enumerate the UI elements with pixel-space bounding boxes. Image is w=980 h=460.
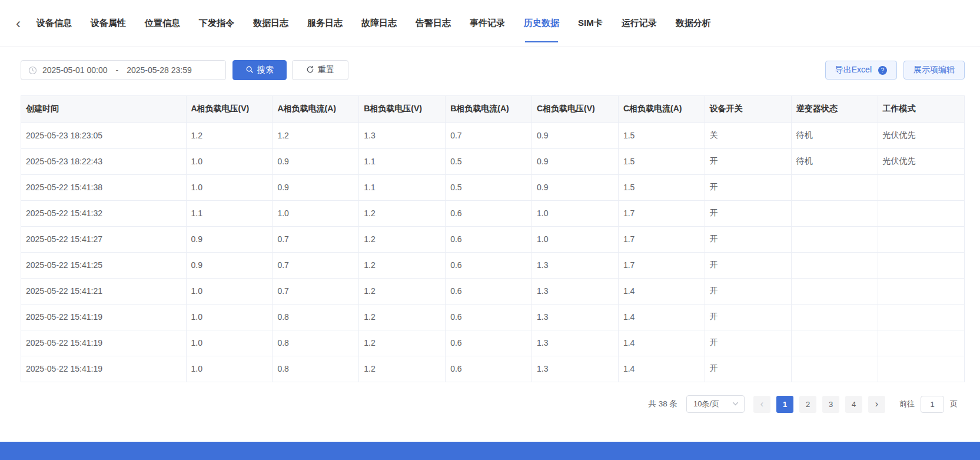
table-cell: 开	[705, 252, 791, 278]
table-cell: 1.7	[618, 200, 705, 226]
column-header: C相负载电压(V)	[532, 96, 619, 123]
tab-fault-log[interactable]: 故障日志	[361, 0, 397, 47]
chevron-down-icon	[732, 400, 739, 409]
table-cell	[791, 278, 878, 304]
table-cell	[878, 200, 964, 226]
pagination: 共 38 条 10条/页 ‹ 1234 › 前往 页	[0, 395, 958, 413]
tab-history-data[interactable]: 历史数据	[524, 0, 559, 47]
table-cell: 开	[705, 356, 791, 382]
table-body: 2025-05-23 18:23:051.21.21.30.70.91.5关待机…	[21, 123, 964, 382]
tab-data-analysis[interactable]: 数据分析	[676, 0, 711, 47]
page-size-select[interactable]: 10条/页	[686, 395, 745, 413]
table-cell: 1.2	[359, 278, 446, 304]
tab-sim-card[interactable]: SIM卡	[578, 0, 603, 47]
tab-run-record[interactable]: 运行记录	[622, 0, 657, 47]
table-row: 2025-05-22 15:41:211.00.71.20.61.31.4开	[21, 278, 964, 304]
table-cell	[878, 174, 964, 200]
goto-page-input[interactable]	[921, 396, 944, 413]
table-cell	[878, 226, 964, 252]
pagination-total: 共 38 条	[648, 399, 677, 409]
table-cell: 1.4	[618, 356, 705, 382]
table-row: 2025-05-22 15:41:270.90.71.20.61.01.7开	[21, 226, 964, 252]
table-cell	[791, 330, 878, 356]
help-icon[interactable]: ?	[878, 66, 887, 75]
table-row: 2025-05-23 18:23:051.21.21.30.70.91.5关待机…	[21, 123, 964, 148]
table-cell: 1.2	[359, 252, 446, 278]
table-cell: 0.6	[446, 252, 532, 278]
next-page-button[interactable]: ›	[868, 396, 885, 413]
table-cell: 0.7	[273, 252, 359, 278]
column-header: 设备开关	[705, 96, 791, 123]
table-cell: 1.2	[359, 200, 446, 226]
tab-device-attrs[interactable]: 设备属性	[91, 0, 126, 47]
table-cell: 待机	[791, 123, 878, 148]
table-cell: 1.5	[618, 174, 705, 200]
table-cell: 0.6	[446, 226, 532, 252]
footer-bar	[0, 442, 980, 460]
goto-unit: 页	[950, 399, 958, 409]
table-cell: 开	[705, 304, 791, 330]
back-icon[interactable]: ‹	[9, 15, 27, 32]
page-button-4[interactable]: 4	[845, 396, 862, 413]
table-cell: 1.2	[359, 356, 446, 382]
table-cell	[878, 304, 964, 330]
table-cell: 1.2	[273, 123, 359, 148]
tab-alarm-log[interactable]: 告警日志	[416, 0, 451, 47]
table-cell: 0.9	[532, 148, 619, 174]
tab-service-log[interactable]: 服务日志	[307, 0, 343, 47]
tab-device-info[interactable]: 设备信息	[36, 0, 72, 47]
toolbar: 2025-05-01 00:00 - 2025-05-28 23:59 搜索 重…	[0, 47, 980, 95]
table-cell: 2025-05-22 15:41:25	[21, 252, 186, 278]
table-cell: 2025-05-23 18:22:43	[21, 148, 186, 174]
date-start-value: 2025-05-01 00:00	[42, 65, 108, 75]
table-cell: 0.9	[273, 174, 359, 200]
table-cell: 0.9	[532, 174, 619, 200]
tab-event-record[interactable]: 事件记录	[470, 0, 505, 47]
table-cell: 开	[705, 148, 791, 174]
table-cell: 1.0	[186, 148, 273, 174]
table-cell: 0.5	[446, 148, 532, 174]
display-items-edit-button[interactable]: 展示项编辑	[903, 61, 965, 80]
tab-send-command[interactable]: 下发指令	[199, 0, 234, 47]
date-range-picker[interactable]: 2025-05-01 00:00 - 2025-05-28 23:59	[21, 60, 226, 80]
export-excel-button[interactable]: 导出Excel ?	[825, 61, 897, 80]
table-cell: 0.9	[273, 148, 359, 174]
table-header-row: 创建时间A相负载电压(V)A相负载电流(A)B相负载电压(V)B相负载电流(A)…	[21, 96, 964, 123]
reset-button[interactable]: 重置	[292, 60, 348, 80]
tab-bar: ‹ 设备信息设备属性位置信息下发指令数据日志服务日志故障日志告警日志事件记录历史…	[0, 0, 980, 47]
reset-button-label: 重置	[318, 65, 334, 75]
table-cell: 1.2	[359, 226, 446, 252]
table-cell: 2025-05-22 15:41:38	[21, 174, 186, 200]
table-cell: 1.1	[359, 174, 446, 200]
tab-data-log[interactable]: 数据日志	[253, 0, 288, 47]
table-cell: 0.6	[446, 330, 532, 356]
table-cell: 0.6	[446, 278, 532, 304]
table-cell: 1.3	[532, 278, 619, 304]
table-cell: 0.8	[273, 356, 359, 382]
table-cell: 1.3	[532, 330, 619, 356]
page-button-2[interactable]: 2	[799, 396, 816, 413]
table-cell: 开	[705, 278, 791, 304]
tab-location-info[interactable]: 位置信息	[145, 0, 180, 47]
table-row: 2025-05-22 15:41:191.00.81.20.61.31.4开	[21, 304, 964, 330]
table-row: 2025-05-22 15:41:381.00.91.10.50.91.5开	[21, 174, 964, 200]
column-header: A相负载电压(V)	[186, 96, 273, 123]
table-cell: 待机	[791, 148, 878, 174]
table-cell: 1.1	[186, 200, 273, 226]
table-cell: 1.7	[618, 252, 705, 278]
table-row: 2025-05-22 15:41:250.90.71.20.61.31.7开	[21, 252, 964, 278]
prev-page-button[interactable]: ‹	[753, 396, 770, 413]
column-header: 工作模式	[878, 96, 964, 123]
search-icon	[245, 65, 254, 75]
table-cell: 0.8	[273, 330, 359, 356]
table-cell: 1.3	[532, 356, 619, 382]
table-row: 2025-05-22 15:41:321.11.01.20.61.01.7开	[21, 200, 964, 226]
table-cell: 0.7	[446, 123, 532, 148]
table-cell: 0.6	[446, 200, 532, 226]
page-button-1[interactable]: 1	[776, 396, 793, 413]
refresh-icon	[306, 65, 314, 75]
column-header: 逆变器状态	[791, 96, 878, 123]
search-button[interactable]: 搜索	[232, 60, 287, 80]
table-cell: 开	[705, 200, 791, 226]
page-button-3[interactable]: 3	[822, 396, 839, 413]
